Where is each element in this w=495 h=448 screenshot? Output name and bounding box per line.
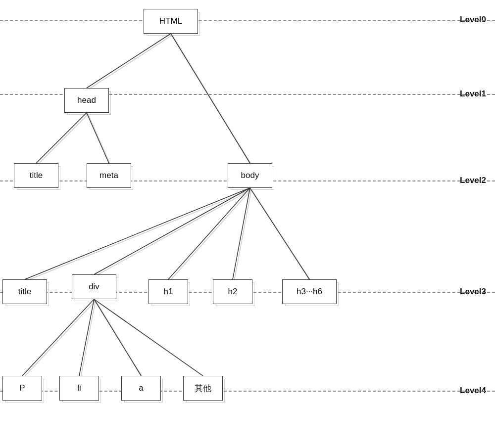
svg-line-16 (251, 189, 311, 281)
svg-line-24 (96, 301, 204, 377)
svg-line-25 (94, 299, 203, 376)
svg-line-6 (88, 114, 110, 165)
tree-diagram: Level0Level1Level2Level3Level4HTMLheadbo… (0, 0, 495, 448)
svg-line-7 (87, 113, 109, 163)
svg-line-11 (94, 188, 250, 274)
node-li: li (59, 376, 99, 401)
svg-line-18 (24, 301, 96, 377)
svg-line-1 (87, 34, 171, 88)
svg-line-12 (170, 189, 251, 281)
node-title3: title (2, 279, 47, 304)
svg-line-8 (26, 189, 251, 281)
svg-line-0 (88, 35, 172, 90)
svg-line-4 (38, 114, 88, 165)
node-title2: title (14, 163, 58, 188)
svg-line-19 (22, 299, 94, 376)
svg-line-5 (36, 113, 87, 163)
svg-line-23 (94, 299, 141, 376)
svg-line-2 (172, 35, 251, 165)
node-h2: h2 (213, 279, 252, 304)
node-html: HTML (144, 9, 198, 34)
svg-line-22 (96, 301, 143, 377)
svg-line-3 (171, 34, 250, 163)
node-div: div (72, 274, 116, 299)
node-body: body (228, 163, 272, 188)
svg-line-9 (25, 188, 250, 279)
svg-line-15 (233, 188, 250, 279)
node-h3h6: h3···h6 (282, 279, 337, 304)
node-head: head (64, 88, 109, 113)
node-other: 其他 (183, 376, 223, 401)
svg-line-20 (81, 301, 96, 377)
svg-line-14 (234, 189, 251, 281)
svg-line-13 (168, 188, 250, 279)
svg-line-10 (96, 189, 251, 276)
svg-line-21 (79, 299, 94, 376)
node-h1: h1 (148, 279, 188, 304)
node-p: P (2, 376, 42, 401)
level-line-level0 (0, 20, 495, 21)
node-meta: meta (87, 163, 131, 188)
svg-line-17 (250, 188, 309, 279)
node-a: a (121, 376, 161, 401)
